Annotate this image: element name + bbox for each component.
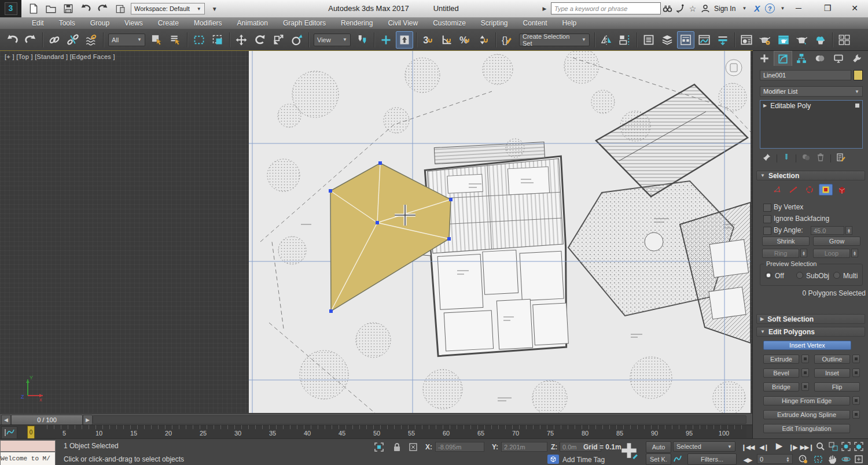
menu-animation[interactable]: Animation [230,19,275,27]
time-configuration-icon[interactable] [797,454,809,464]
percent-snap-icon[interactable]: % [457,31,474,49]
material-editor-icon[interactable] [738,31,755,49]
key-filters-icon[interactable] [672,453,683,464]
angle-value-field[interactable]: 45.0 [811,226,844,235]
time-slider-track[interactable] [93,415,746,424]
inset-button[interactable]: Inset [814,368,850,378]
edit-sel-sets-icon[interactable]: {} [499,31,516,49]
scene-explorer-icon[interactable] [640,31,657,49]
add-key-plus-icon[interactable] [618,440,640,462]
extrude-along-spline-button[interactable]: Extrude Along Spline [763,410,850,419]
time-marker[interactable]: 0 [27,426,35,439]
next-frame-button[interactable]: ❙▶ [787,442,799,452]
pan-hand-icon[interactable] [826,454,838,464]
extrude-button[interactable]: Extrude [763,355,799,364]
auto-key-button[interactable]: Auto [646,441,671,453]
redo-icon[interactable] [22,31,39,49]
render-production-icon[interactable] [793,31,811,49]
isolate-selection-icon[interactable] [373,442,385,452]
bevel-button[interactable]: Bevel [763,368,799,378]
ring-button[interactable]: Ring [762,249,799,258]
selection-set-dropdown[interactable]: Create Selection Set▼ [519,34,590,46]
render-setup-icon[interactable] [756,31,774,49]
select-object-icon[interactable] [148,31,165,49]
outline-button[interactable]: Outline [814,355,850,364]
flip-button[interactable]: Flip [814,382,860,392]
insert-vertex-button[interactable]: Insert Vertex [763,341,851,350]
exchange-store-icon[interactable]: X [751,2,763,15]
sign-in-avatar-icon[interactable] [699,2,712,15]
redo-icon[interactable] [96,2,110,16]
ignore-backfacing-checkbox[interactable] [763,215,771,223]
menu-group[interactable]: Group [83,19,117,27]
tab-display[interactable] [829,51,848,66]
menu-create[interactable]: Create [150,19,186,27]
modifier-list-dropdown[interactable]: Modifier List▼ [760,86,863,97]
show-end-result-icon[interactable] [782,153,790,164]
save-file-icon[interactable] [61,2,75,16]
selection-lock-icon[interactable] [391,442,403,452]
layer-explorer-icon[interactable] [659,31,676,49]
spinner-snap-icon[interactable] [475,31,492,49]
by-angle-checkbox[interactable] [763,227,771,235]
favorites-star-icon[interactable]: ☆ [686,2,699,15]
workspace-menu-icon[interactable]: ▼ [208,2,221,15]
render-cloud-icon[interactable] [812,31,829,49]
x-coordinate-field[interactable]: -8.095m [435,442,484,452]
y-coordinate-field[interactable]: 2.201m [501,442,547,452]
app-menu-button[interactable]: 3 [0,0,21,17]
ring-spinner[interactable]: ▲▼ [800,249,807,257]
minimize-button[interactable]: ─ [790,2,807,14]
pin-stack-icon[interactable] [762,153,771,164]
key-mode-dropdown[interactable]: Selected▼ [673,441,735,452]
rendered-frame-icon[interactable] [775,31,792,49]
sign-in-label[interactable]: Sign In [714,5,735,13]
menu-help[interactable]: Help [555,19,584,27]
menu-scripting[interactable]: Scripting [473,19,516,27]
object-color-swatch[interactable] [854,70,863,80]
schematic-view-icon[interactable] [714,31,731,49]
subobject-edge-icon[interactable] [786,184,800,195]
search-expand-icon[interactable]: ▶ [538,2,551,15]
stack-item-label[interactable]: Editable Poly [770,102,852,110]
menu-content[interactable]: Content [516,19,555,27]
select-by-name-icon[interactable] [167,31,184,49]
zoom-tool-icon[interactable] [815,441,826,452]
menu-modifiers[interactable]: Modifiers [186,19,230,27]
tab-motion[interactable] [811,51,829,66]
modifier-onoff-icon[interactable] [855,104,859,108]
bevel-settings-button[interactable] [801,368,809,377]
preview-multi-radio[interactable]: Multi [833,272,858,280]
angle-snap-icon[interactable] [438,31,455,49]
modifier-stack[interactable]: ▶ Editable Poly [760,100,863,149]
manipulate-icon[interactable] [377,31,395,49]
zoom-all-icon[interactable] [827,441,839,452]
subobject-vertex-icon[interactable] [770,184,784,195]
tab-create[interactable] [755,51,774,66]
preview-off-radio[interactable]: Off [765,272,784,280]
set-key-button[interactable]: Set K. [646,453,671,465]
orbit-icon[interactable] [840,454,852,464]
outline-settings-button[interactable] [852,355,860,363]
hinge-settings-button[interactable] [852,396,860,405]
menu-rendering[interactable]: Rendering [333,19,380,27]
filters-button[interactable]: Filters... [687,453,737,465]
rollout-selection[interactable]: ▼Selection [756,171,865,180]
communication-center-icon[interactable] [674,2,686,15]
curve-editor-icon[interactable] [696,31,713,49]
add-time-tag-label[interactable]: Add Time Tag [562,456,605,464]
undo-icon[interactable] [79,2,93,16]
filter-dropdown[interactable]: All▼ [108,34,145,46]
help-caret-icon[interactable]: ▼ [776,2,789,15]
time-slider-handle[interactable]: 0 / 100 [11,415,83,425]
shrink-button[interactable]: Shrink [762,237,810,246]
rollout-edit-polygons[interactable]: ▼Edit Polygons [756,327,865,337]
sign-in-caret-icon[interactable]: ▼ [738,2,751,15]
open-file-icon[interactable] [44,2,58,16]
object-name-field[interactable]: Line001 [760,70,851,80]
ribbon-toggle-icon[interactable] [677,31,694,49]
menu-views[interactable]: Views [117,19,150,27]
viewport-label[interactable]: [+ ] [Top ] [Standard ] [Edged Faces ] [5,53,115,60]
place-icon[interactable] [288,31,306,49]
maximize-viewport-toggle-icon[interactable] [853,454,865,464]
